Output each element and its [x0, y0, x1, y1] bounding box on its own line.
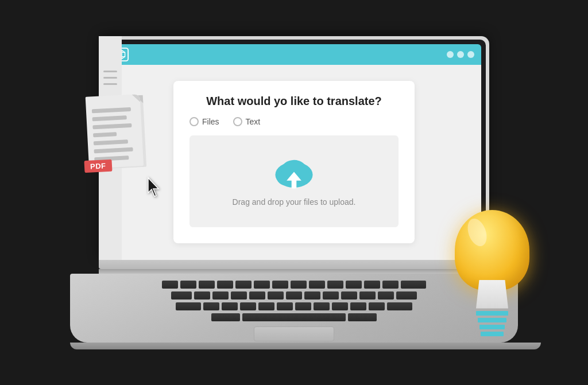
dropzone[interactable]: Drag and drop your files to upload. — [189, 135, 399, 227]
key — [199, 281, 215, 289]
key — [359, 291, 376, 300]
doc-line — [92, 123, 131, 129]
doc-line — [94, 139, 128, 145]
pdf-badge: PDF — [84, 159, 112, 172]
key — [211, 313, 240, 321]
doc-line — [92, 115, 127, 121]
sidebar-handle — [103, 71, 117, 72]
key — [171, 291, 192, 300]
key — [401, 281, 426, 289]
doc-lines — [86, 97, 144, 167]
bulb-neck — [476, 280, 508, 309]
key — [272, 281, 288, 289]
key — [364, 281, 380, 289]
browser-dot-1 — [447, 51, 454, 58]
key — [396, 291, 417, 300]
keyboard-row-2 — [171, 291, 417, 300]
key — [249, 291, 265, 300]
key — [212, 291, 229, 300]
key — [231, 291, 247, 300]
key — [254, 281, 270, 289]
key — [176, 302, 201, 310]
radio-files-circle[interactable] — [189, 117, 199, 126]
key — [348, 313, 377, 321]
dropzone-instruction: Drag and drop your files to upload. — [233, 197, 356, 207]
browser-chrome — [107, 44, 481, 65]
key — [286, 291, 302, 300]
key — [235, 281, 252, 289]
bulb-highlight — [464, 216, 490, 248]
browser-content: What would yo like to translate? Files T… — [107, 65, 481, 260]
browser-window-controls — [447, 51, 474, 58]
key — [268, 291, 284, 300]
key — [180, 281, 196, 289]
key — [327, 281, 343, 289]
key — [387, 302, 412, 310]
laptop-lid: What would yo like to translate? Files T… — [99, 36, 489, 260]
key — [346, 281, 362, 289]
card-title: What would yo like to translate? — [189, 95, 399, 108]
laptop-bottom-edge — [70, 343, 541, 349]
key — [277, 302, 293, 310]
pdf-document: PDF — [86, 94, 153, 172]
browser-dot-2 — [457, 51, 464, 58]
key — [304, 291, 320, 300]
key — [350, 302, 366, 310]
laptop-base — [99, 260, 489, 269]
sidebar-handle-2 — [103, 77, 117, 79]
key — [162, 281, 178, 289]
key — [323, 291, 339, 300]
radio-text[interactable]: Text — [233, 117, 261, 126]
sidebar-handle-3 — [103, 83, 117, 85]
key — [295, 302, 311, 310]
radio-text-label: Text — [246, 117, 261, 126]
radio-group: Files Text — [189, 117, 399, 126]
scene: What would yo like to translate? Files T… — [36, 15, 552, 371]
browser-dot-3 — [467, 51, 474, 58]
touchpad[interactable] — [254, 326, 334, 341]
radio-files[interactable]: Files — [189, 117, 219, 126]
key-space — [242, 313, 346, 321]
keyboard-row-3 — [176, 302, 412, 310]
doc-line — [94, 147, 133, 153]
bulb-glass-shape — [455, 210, 529, 290]
key — [314, 302, 330, 310]
key — [378, 291, 394, 300]
key — [203, 302, 219, 310]
key — [217, 281, 233, 289]
keyboard-row-space — [211, 313, 377, 321]
bulb-stripe — [478, 318, 506, 322]
key — [258, 302, 274, 310]
doc-line — [92, 107, 131, 113]
key — [341, 291, 357, 300]
bulb-stripe — [479, 325, 505, 329]
key — [194, 291, 210, 300]
radio-text-circle[interactable] — [233, 117, 242, 126]
radio-files-label: Files — [202, 117, 219, 126]
doc-line — [93, 132, 117, 137]
translation-card: What would yo like to translate? Files T… — [173, 81, 415, 243]
key — [332, 302, 348, 310]
key — [309, 281, 325, 289]
key — [369, 302, 385, 310]
bulb-base — [476, 311, 508, 336]
doc-page-front — [86, 94, 144, 168]
key — [291, 281, 307, 289]
bulb-stripe — [481, 332, 503, 336]
lightbulb-icon — [443, 210, 541, 336]
laptop-bezel: What would yo like to translate? Files T… — [102, 40, 486, 260]
laptop-hinge — [99, 269, 489, 274]
key — [240, 302, 256, 310]
cloud-upload-icon — [271, 156, 317, 190]
bulb-stripe — [476, 311, 508, 316]
keyboard-row-1 — [162, 281, 426, 289]
key — [222, 302, 238, 310]
doc-pages: PDF — [86, 94, 147, 171]
key — [382, 281, 399, 289]
